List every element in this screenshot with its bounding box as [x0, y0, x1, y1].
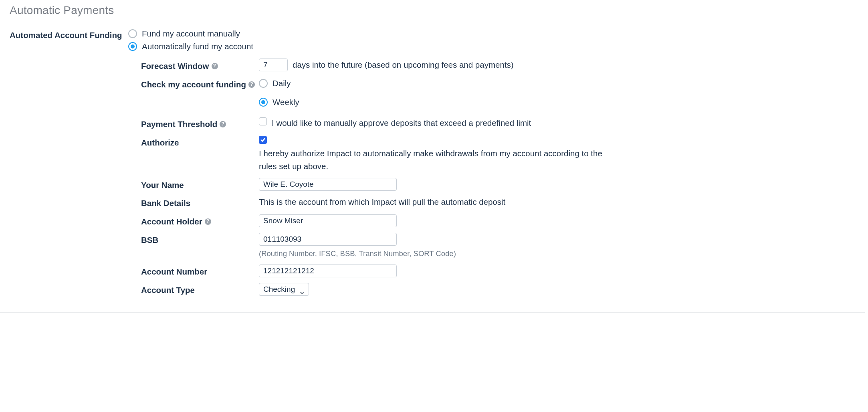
payment-threshold-content: I would like to manually approve deposit… — [259, 117, 620, 129]
your-name-content — [259, 178, 620, 191]
auto-fund-settings: Forecast Window days into the future (ba… — [141, 59, 855, 296]
help-icon[interactable] — [248, 81, 255, 88]
account-type-select[interactable]: Checking — [259, 283, 309, 296]
forecast-window-label: Forecast Window — [141, 59, 259, 72]
payment-threshold-label: Payment Threshold — [141, 117, 259, 130]
help-icon[interactable] — [205, 218, 211, 225]
payment-threshold-row: Payment Threshold I would like to manual… — [141, 117, 855, 130]
your-name-input[interactable] — [259, 178, 397, 191]
payment-threshold-label-text: Payment Threshold — [141, 118, 217, 130]
fund-auto-label: Automatically fund my account — [142, 42, 253, 51]
help-icon[interactable] — [220, 121, 226, 127]
bank-details-label: Bank Details — [141, 196, 259, 209]
forecast-window-content: days into the future (based on upcoming … — [259, 59, 620, 71]
check-funding-row: Check my account funding Daily Weekly — [141, 77, 855, 112]
bank-details-row: Bank Details This is the account from wh… — [141, 196, 855, 209]
forecast-window-label-text: Forecast Window — [141, 60, 209, 72]
account-number-content — [259, 264, 620, 277]
account-holder-label-text: Account Holder — [141, 216, 202, 228]
bsb-input[interactable] — [259, 233, 397, 246]
authorize-text: I hereby authorize Impact to automatical… — [259, 147, 620, 173]
check-funding-weekly-option[interactable]: Weekly — [259, 96, 620, 109]
bsb-label-text: BSB — [141, 234, 158, 246]
forecast-window-input[interactable] — [259, 59, 288, 71]
bank-details-label-text: Bank Details — [141, 197, 190, 209]
help-icon[interactable] — [212, 63, 218, 69]
your-name-row: Your Name — [141, 178, 855, 191]
fund-manual-option[interactable]: Fund my account manually — [128, 29, 855, 38]
account-holder-label: Account Holder — [141, 214, 259, 228]
account-holder-content — [259, 214, 620, 227]
fund-manual-label: Fund my account manually — [142, 29, 240, 38]
account-type-content: Checking — [259, 283, 620, 296]
check-funding-weekly-radio[interactable] — [259, 98, 268, 107]
account-number-label-text: Account Number — [141, 266, 207, 278]
automatic-payments-section: Automatic Payments Automated Account Fun… — [0, 0, 865, 313]
check-funding-label-text: Check my account funding — [141, 79, 246, 91]
check-funding-content: Daily Weekly — [259, 77, 620, 112]
check-funding-daily-label: Daily — [273, 77, 291, 90]
forecast-window-row: Forecast Window days into the future (ba… — [141, 59, 855, 72]
bsb-content: (Routing Number, IFSC, BSB, Transit Numb… — [259, 232, 620, 260]
your-name-label: Your Name — [141, 178, 259, 191]
account-number-row: Account Number — [141, 264, 855, 278]
your-name-label-text: Your Name — [141, 179, 184, 191]
authorize-label-text: Authorize — [141, 137, 179, 149]
account-number-label: Account Number — [141, 264, 259, 278]
funding-right-column: Fund my account manually Automatically f… — [128, 29, 855, 296]
check-funding-daily-radio[interactable] — [259, 79, 268, 88]
automated-account-funding-row: Automated Account Funding Fund my accoun… — [10, 29, 855, 296]
fund-auto-option[interactable]: Automatically fund my account — [128, 42, 855, 51]
account-type-label: Account Type — [141, 283, 259, 296]
bsb-label: BSB — [141, 232, 259, 246]
chevron-down-icon — [300, 287, 305, 292]
check-funding-weekly-label: Weekly — [273, 96, 299, 109]
authorize-row: Authorize I hereby authorize Impact to a… — [141, 135, 855, 173]
account-type-row: Account Type Checking — [141, 283, 855, 296]
authorize-label: Authorize — [141, 135, 259, 149]
check-funding-daily-option[interactable]: Daily — [259, 77, 620, 90]
automated-account-funding-label: Automated Account Funding — [10, 29, 128, 40]
account-type-selected-value: Checking — [263, 283, 295, 295]
fund-auto-radio[interactable] — [128, 42, 137, 51]
fund-manual-radio[interactable] — [128, 29, 137, 38]
authorize-checkbox[interactable] — [259, 136, 267, 144]
bsb-hint: (Routing Number, IFSC, BSB, Transit Numb… — [259, 248, 620, 260]
bsb-row: BSB (Routing Number, IFSC, BSB, Transit … — [141, 232, 855, 260]
check-funding-label: Check my account funding — [141, 77, 259, 91]
forecast-window-suffix: days into the future (based on upcoming … — [293, 59, 514, 71]
authorize-content: I hereby authorize Impact to automatical… — [259, 135, 620, 173]
account-number-input[interactable] — [259, 265, 397, 277]
account-holder-input[interactable] — [259, 214, 397, 227]
account-holder-row: Account Holder — [141, 214, 855, 228]
bank-details-text: This is the account from which Impact wi… — [259, 196, 620, 208]
account-type-label-text: Account Type — [141, 284, 195, 296]
payment-threshold-checkbox[interactable] — [259, 117, 267, 125]
payment-threshold-checkbox-label: I would like to manually approve deposit… — [272, 117, 531, 129]
section-title: Automatic Payments — [10, 4, 855, 17]
